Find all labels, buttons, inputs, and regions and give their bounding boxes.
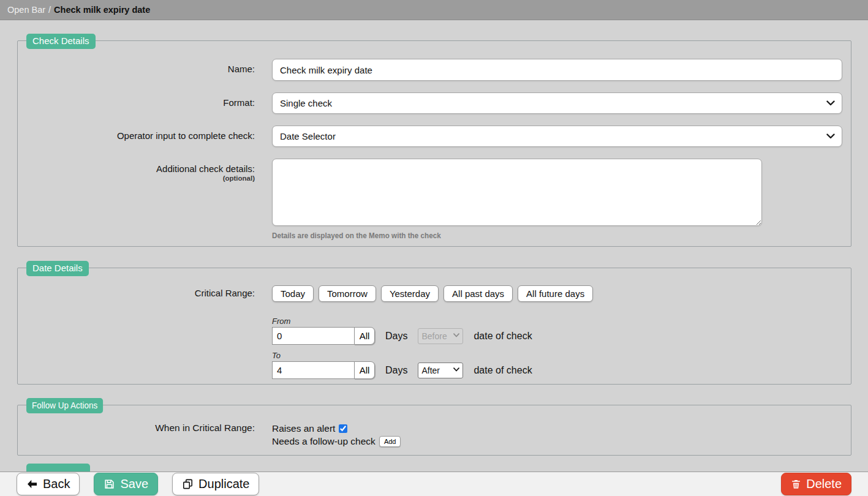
duplicate-button[interactable]: Duplicate [172,473,259,495]
preset-all-past-days-button[interactable]: All past days [443,285,513,302]
breadcrumb-separator: / [48,5,51,15]
operator-input-label: Operator input to complete check: [18,126,255,147]
name-input[interactable] [272,59,842,81]
additional-details-label: Additional check details: [156,163,255,174]
preset-all-future-days-button[interactable]: All future days [518,285,593,302]
from-range-section: From All Days Before date of check [272,317,842,345]
save-button[interactable]: Save [94,473,158,495]
from-direction-select[interactable]: Before [418,328,463,344]
to-all-button[interactable]: All [354,361,375,379]
to-direction-select[interactable]: After [418,363,463,378]
from-all-button[interactable]: All [354,327,375,345]
breadcrumb-parent-link[interactable]: Open Bar [7,5,45,15]
next-section-legend-clipped [26,464,90,472]
critical-range-label: Critical Range: [18,285,255,302]
delete-trash-icon [791,479,801,490]
date-details-legend: Date Details [26,261,89,276]
from-days-text: Days [385,331,407,342]
add-follow-up-check-button[interactable]: Add [379,436,401,447]
format-row: Format: Single check [18,92,842,114]
footer-action-bar: Back Save Duplicate Delete [0,472,868,496]
raises-an-alert-label: Raises an alert [272,423,335,435]
optional-hint: (optional) [18,175,255,182]
from-suffix-text: date of check [474,331,532,342]
breadcrumb-bar: Open Bar / Check milk expiry date [0,0,868,20]
duplicate-copy-icon [182,478,194,490]
operator-input-row: Operator input to complete check: Date S… [18,126,842,147]
to-days-input[interactable] [272,361,355,379]
check-details-legend: Check Details [26,34,96,49]
delete-button[interactable]: Delete [781,473,851,495]
format-label: Format: [18,92,255,114]
additional-details-row: Additional check details: (optional) Det… [18,159,842,240]
to-suffix-text: date of check [474,365,532,376]
to-days-text: Days [385,365,407,376]
operator-input-select[interactable]: Date Selector [272,126,842,147]
name-label: Name: [18,59,255,81]
from-days-input[interactable] [272,327,355,345]
format-select[interactable]: Single check [272,92,842,114]
critical-range-row: Critical Range: Today Tomorrow Yesterday… [18,285,842,302]
date-details-panel: Date Details Critical Range: Today Tomor… [17,268,851,385]
needs-follow-up-check-label: Needs a follow-up check [272,435,376,448]
preset-today-button[interactable]: Today [272,285,314,302]
back-button[interactable]: Back [17,473,80,495]
memo-hint-text: Details are displayed on the Memo with t… [272,231,785,240]
when-in-critical-range-row: When in Critical Range: Raises an alert … [18,423,842,448]
to-range-section: To All Days After date of check [272,351,842,379]
raises-an-alert-checkbox[interactable] [339,424,347,433]
follow-up-actions-panel: Follow Up Actions When in Critical Range… [17,405,851,456]
name-row: Name: [18,59,842,81]
check-details-panel: Check Details Name: Format: Single check… [17,40,851,247]
page-title: Check milk expiry date [54,5,150,15]
when-in-critical-range-label: When in Critical Range: [18,423,255,448]
additional-details-textarea[interactable] [272,159,762,226]
preset-tomorrow-button[interactable]: Tomorrow [319,285,376,302]
save-floppy-icon [104,478,115,490]
back-arrow-icon [26,478,38,490]
from-caption: From [272,317,842,326]
preset-yesterday-button[interactable]: Yesterday [381,285,439,302]
follow-up-actions-legend: Follow Up Actions [26,398,103,413]
critical-range-presets: Today Tomorrow Yesterday All past days A… [272,285,842,302]
to-caption: To [272,351,842,360]
